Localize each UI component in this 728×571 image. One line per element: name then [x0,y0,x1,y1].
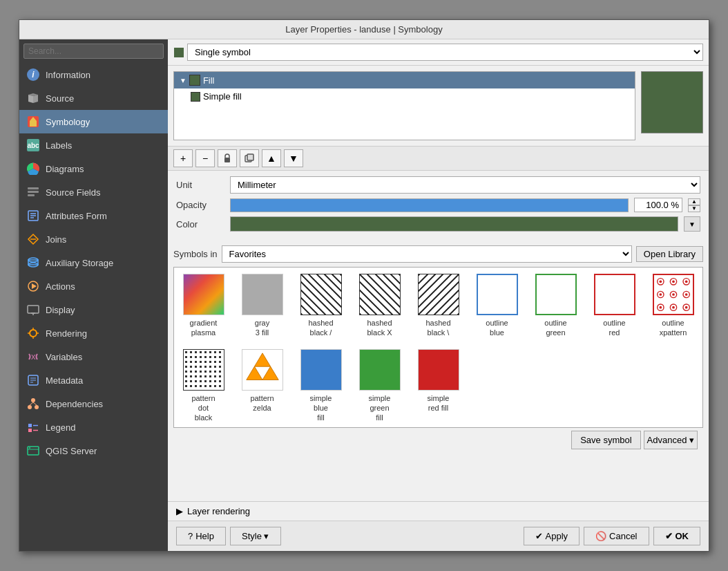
apply-button[interactable]: ✔ Apply [524,527,580,545]
sidebar-item-rendering[interactable]: Rendering [19,321,168,345]
sidebar-item-labels[interactable]: abc Labels [19,133,168,157]
symbol-name: outlineblue [486,318,508,338]
tree-item-simple-fill[interactable]: Simple fill [174,88,635,104]
symbol-img-pattern-dot-black [183,349,224,391]
move-up-button[interactable]: ▲ [262,149,281,167]
sidebar-item-variables[interactable]: x Variables [19,345,168,368]
search-input[interactable] [23,44,164,59]
symbol-name: patterndotblack [191,393,215,423]
opacity-decrease-button[interactable]: ▼ [688,205,700,212]
symbol-cell-outline-xpattern[interactable]: outlinexpattern [644,268,702,343]
cancel-icon: 🚫 [595,531,606,541]
svg-rect-18 [28,306,39,313]
symbol-cell-pattern-dot-black[interactable]: patterndotblack [174,343,233,428]
search-box [19,39,168,63]
simple-fill-icon [191,92,200,102]
unit-select[interactable]: Millimeter Pixel Point [230,176,700,194]
symbol-cell-pattern-zelda[interactable]: patternzelda [233,343,291,428]
sidebar-item-display[interactable]: Display [19,298,168,321]
color-row: Color ▼ [176,216,700,232]
help-label: Help [195,531,214,541]
unit-row: Unit Millimeter Pixel Point [176,176,700,194]
sidebar-item-qgis-server[interactable]: QGIS Server [19,439,168,462]
sidebar-item-attributes-form[interactable]: Attributes Form [19,204,168,227]
layer-properties-dialog: Layer Properties - landuse | Symbology i… [19,19,709,552]
bottom-left-buttons: ? Help Style ▾ [176,527,281,545]
symbol-name: simplebluefill [310,393,332,423]
symbol-cell-gradient-plasma[interactable]: gradientplasma [174,268,233,343]
symbol-type-icon [173,47,184,58]
svg-rect-1 [30,121,37,127]
sidebar-item-legend[interactable]: Legend [19,415,168,439]
style-button[interactable]: Style ▾ [230,527,281,545]
svg-point-50 [672,280,675,283]
sidebar-item-auxiliary-storage[interactable]: Auxiliary Storage [19,251,168,274]
move-down-button[interactable]: ▼ [284,149,303,167]
symbol-cell-gray-3-fill[interactable]: gray3 fill [233,268,291,343]
symbols-header: Symbols in Favorites All Open Library [173,245,703,263]
symbology-icon [26,115,40,129]
tree-item-fill[interactable]: ▼ Fill [174,72,635,88]
joins-icon [26,232,40,246]
open-library-button[interactable]: Open Library [636,246,703,262]
sidebar-item-information[interactable]: i Information [19,63,168,86]
ok-button[interactable]: ✔ OK [653,527,701,545]
sidebar-item-label: Dependencies [46,399,103,409]
symbol-cell-outline-green[interactable]: outlinegreen [526,268,585,343]
symbol-cell-simple-green-fill[interactable]: simplegreenfill [350,343,409,428]
opacity-value-input[interactable] [634,198,682,212]
advanced-button[interactable]: Advanced ▾ [644,431,698,449]
symbol-cell-outline-red[interactable]: outlinered [585,268,644,343]
add-layer-button[interactable]: + [173,149,193,167]
symbol-name: hashedblack / [308,318,333,338]
symbol-cell-simple-red-fill[interactable]: simplered fill [409,343,468,428]
sidebar-item-actions[interactable]: Actions [19,274,168,298]
sidebar-item-label: Auxiliary Storage [46,258,113,268]
symbol-cell-hashed-black-x[interactable]: hashedblack X [350,268,409,343]
remove-layer-button[interactable]: − [195,149,215,167]
symbols-category-select[interactable]: Favorites All [222,245,632,263]
sidebar-item-source-fields[interactable]: Source Fields [19,180,168,204]
duplicate-layer-button[interactable] [240,149,259,167]
main-content: i Information Source Symbology abc Label [19,39,709,551]
sidebar-item-label: Attributes Form [46,211,107,221]
symbol-name: hashedblack X [367,318,392,338]
symbol-cell-hashed-black-back[interactable]: hashedblack \ [409,268,468,343]
tree-item-label: Simple fill [203,91,242,102]
symbol-cell-simple-blue-fill[interactable]: simplebluefill [291,343,350,428]
sidebar-item-diagrams[interactable]: Diagrams [19,157,168,180]
sidebar-item-source[interactable]: Source [19,86,168,110]
svg-rect-46 [247,154,253,160]
cancel-button[interactable]: 🚫 Cancel [584,527,649,545]
sidebar-item-label: Variables [46,352,82,362]
svg-rect-4 [28,187,39,189]
layer-rendering-arrow: ▶ [176,506,183,516]
symbol-name: outlinered [603,318,625,338]
layer-rendering-header[interactable]: ▶ Layer rendering [176,506,700,516]
xpattern-svg [654,274,693,315]
color-dropdown-button[interactable]: ▼ [684,216,700,232]
dialog-title: Layer Properties - landuse | Symbology [285,24,442,35]
symbol-cell-outline-blue[interactable]: outlineblue [468,268,526,343]
svg-point-32 [28,405,32,409]
symbol-img-simple-red-fill [418,349,459,391]
symbol-type-select[interactable]: Single symbol Categorized Graduated Rule… [187,44,703,61]
opacity-label: Opacity [176,200,224,210]
help-button[interactable]: ? Help [176,527,226,545]
symbol-tree: ▼ Fill Simple fill [173,71,635,140]
opacity-increase-button[interactable]: ▲ [688,198,700,205]
color-bar[interactable] [230,216,678,232]
symbol-name: outlinexpattern [660,318,687,338]
sidebar-item-label: Labels [46,140,72,151]
sidebar-item-joins[interactable]: Joins [19,227,168,251]
save-symbol-button[interactable]: Save symbol [571,431,640,449]
layer-rendering-section: ▶ Layer rendering [168,501,709,521]
sidebar-item-symbology[interactable]: Symbology [19,110,168,133]
symbol-img-hashed-black-x [359,274,401,315]
symbol-cell-hashed-black-slash[interactable]: hashedblack / [291,268,350,343]
symbol-img-outline-red [594,274,635,315]
sidebar-item-metadata[interactable]: Metadata [19,368,168,392]
lock-layer-button[interactable] [218,149,237,167]
sidebar-item-dependencies[interactable]: Dependencies [19,392,168,415]
opacity-slider[interactable] [230,198,629,212]
